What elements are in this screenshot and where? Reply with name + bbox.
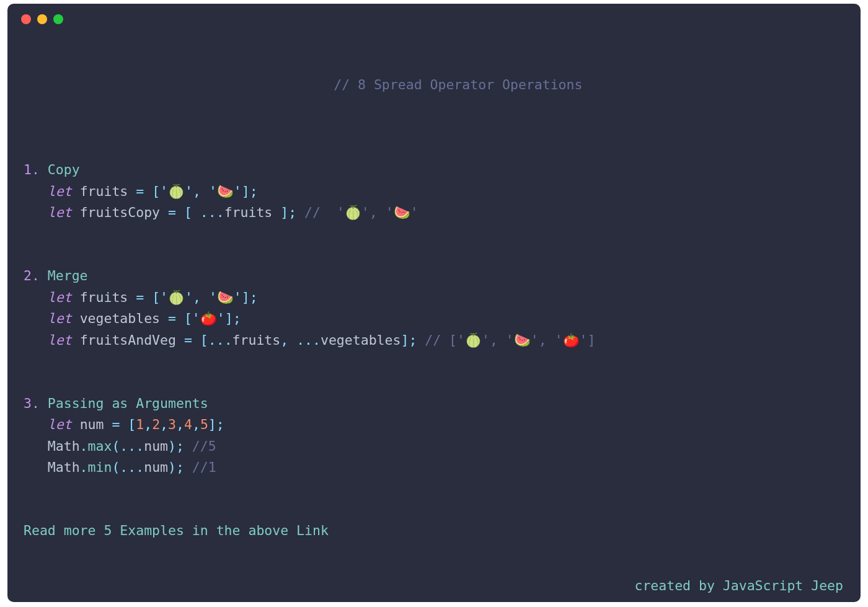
close-icon[interactable] (21, 14, 31, 24)
emoji-watermelon-icon: 🍉 (394, 205, 410, 220)
keyword-let: let (48, 205, 72, 220)
quote: ' (160, 184, 168, 199)
emoji-melon-icon: 🍈 (168, 184, 185, 199)
section-1-heading: 1. Copy (24, 159, 844, 180)
comma: , (193, 184, 209, 199)
quote: ' (217, 311, 225, 326)
dot: . (80, 459, 88, 475)
ref: fruits (232, 332, 281, 348)
emoji-watermelon-icon: 🍉 (514, 332, 531, 348)
punct: ]; (272, 205, 296, 220)
number: 3 (168, 417, 176, 432)
number: 2 (152, 417, 160, 432)
quote: ' (234, 184, 242, 199)
comma: , (193, 290, 209, 305)
quote: ' (410, 205, 418, 220)
comma: , (370, 205, 386, 220)
blank-line (24, 223, 844, 244)
quote: ' (482, 332, 490, 348)
emoji-watermelon-icon: 🍉 (217, 184, 234, 199)
maximize-icon[interactable] (53, 14, 63, 24)
quote: ' (209, 184, 217, 199)
blank-line (24, 351, 844, 372)
code-line: let fruitsCopy = [ ...fruits ]; // '🍈', … (24, 202, 844, 223)
punct: ]; (225, 311, 241, 326)
ref: num (144, 459, 168, 475)
comment: // [ (417, 332, 457, 348)
number: 1 (136, 417, 144, 432)
title-comment-text: // 8 Spread Operator Operations (334, 77, 582, 92)
code-line: let fruitsAndVeg = [...fruits, ...vegeta… (24, 330, 844, 351)
method: max (88, 438, 112, 454)
punct: = [ (128, 184, 160, 199)
title-comment: // 8 Spread Operator Operations (24, 53, 844, 117)
window-titlebar (7, 4, 861, 35)
comment: // (296, 205, 337, 220)
quote: ' (185, 290, 193, 305)
punct: (... (112, 438, 144, 454)
section-title: Merge (48, 268, 88, 283)
readmore-text: Read more 5 Examples in the above Link (24, 523, 329, 538)
comma: , (539, 332, 555, 348)
method: min (88, 459, 112, 475)
punct: ); (168, 459, 184, 475)
punct: = [ (128, 290, 160, 305)
section-2-heading: 2. Merge (24, 265, 844, 286)
quote: ' (234, 290, 242, 305)
comma: , (192, 417, 200, 432)
blank-line (24, 117, 844, 138)
punct: ] (588, 332, 596, 348)
var-name: fruitsAndVeg (80, 332, 176, 348)
author-credit: created by JavaScript Jeep (634, 578, 843, 593)
emoji-melon-icon: 🍈 (465, 332, 482, 348)
comma: , (144, 417, 152, 432)
var-name: num (80, 417, 104, 432)
emoji-watermelon-icon: 🍉 (217, 290, 234, 305)
keyword-let: let (48, 311, 72, 326)
quote: ' (531, 332, 539, 348)
keyword-let: let (48, 184, 72, 199)
emoji-melon-icon: 🍈 (168, 290, 185, 305)
blank-line (24, 478, 844, 499)
code-line: Math.max(...num); //5 (24, 436, 844, 457)
emoji-tomato-icon: 🍅 (200, 311, 217, 326)
punct: (... (112, 459, 144, 475)
section-3-heading: 3. Passing as Arguments (24, 393, 844, 414)
number: 5 (200, 417, 208, 432)
ref: num (144, 438, 168, 454)
code-editor-window: // 8 Spread Operator Operations 1. Copy … (7, 4, 861, 602)
comment: //1 (184, 459, 216, 475)
code-line: let fruits = ['🍈', '🍉']; (24, 181, 844, 202)
punct: = [ ... (160, 205, 224, 220)
number: 4 (184, 417, 192, 432)
blank-line (24, 138, 844, 159)
quote: ' (506, 332, 514, 348)
comma: , (176, 417, 184, 432)
quote: ' (209, 290, 217, 305)
ref: fruits (224, 205, 273, 220)
minimize-icon[interactable] (37, 14, 47, 24)
var-name: fruits (80, 184, 128, 199)
object: Math (48, 438, 80, 454)
quote: ' (555, 332, 563, 348)
punct: , ... (280, 332, 321, 348)
code-line: let num = [1,2,3,4,5]; (24, 414, 844, 435)
quote: ' (361, 205, 370, 220)
keyword-let: let (48, 332, 72, 348)
punct: = [... (176, 332, 232, 348)
section-num: 2. (24, 268, 40, 283)
punct: = [ (160, 311, 192, 326)
section-title: Copy (48, 162, 80, 177)
quote: ' (185, 184, 193, 199)
comment: //5 (184, 438, 216, 454)
punct: ); (168, 438, 184, 454)
blank-line (24, 244, 844, 265)
punct: ]; (401, 332, 417, 348)
quote: ' (337, 205, 345, 220)
quote: ' (386, 205, 394, 220)
quote: ' (580, 332, 588, 348)
dot: . (80, 438, 88, 454)
code-line: Math.min(...num); //1 (24, 457, 844, 478)
var-name: fruitsCopy (80, 205, 160, 220)
emoji-tomato-icon: 🍅 (563, 332, 580, 348)
